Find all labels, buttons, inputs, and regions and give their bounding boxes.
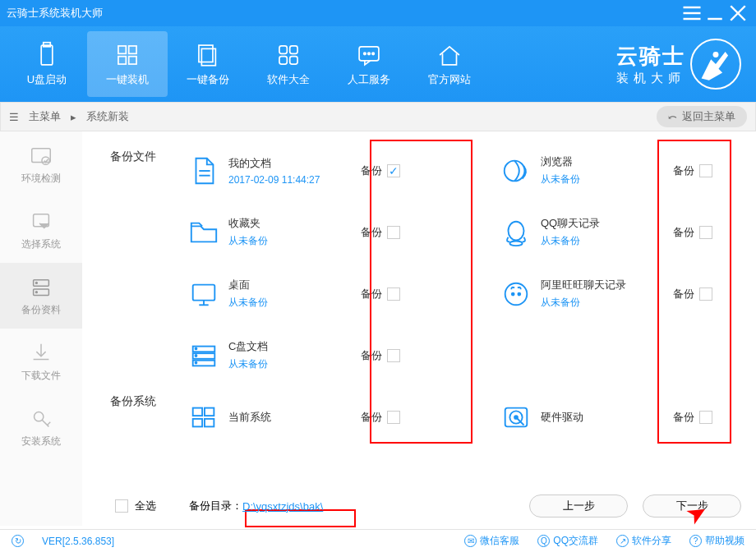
version-label: VER[2.5.36.853] xyxy=(42,536,114,547)
nav-one-click-backup[interactable]: 一键备份 xyxy=(168,31,248,97)
backup-checkbox-cdrive[interactable]: 备份 xyxy=(343,348,417,363)
svg-point-19 xyxy=(364,53,366,55)
next-button[interactable]: 下一步 xyxy=(643,494,741,518)
backup-checkbox-desktop[interactable]: 备份 xyxy=(343,287,417,301)
brand-logo: 云骑士 装机大师 xyxy=(616,39,741,90)
backup-checkbox-favorites[interactable]: 备份 xyxy=(343,225,417,240)
browser-icon xyxy=(491,155,541,186)
svg-point-28 xyxy=(35,282,37,283)
menu-icon[interactable] xyxy=(680,2,703,25)
svg-point-21 xyxy=(372,53,375,55)
select-all-checkbox[interactable] xyxy=(115,499,128,513)
backup-checkbox-browser[interactable]: 备份 xyxy=(656,163,730,178)
nav-software[interactable]: 软件大全 xyxy=(248,31,329,97)
svg-point-22 xyxy=(713,52,719,58)
sidebar-item-select-system[interactable]: 选择系统 xyxy=(0,197,82,263)
svg-point-34 xyxy=(509,221,524,240)
sidebar-item-install[interactable]: 安装系统 xyxy=(0,394,82,460)
nav-usb-boot[interactable]: U盘启动 xyxy=(7,31,87,97)
svg-rect-49 xyxy=(205,407,214,416)
svg-rect-8 xyxy=(118,46,126,53)
nav-one-click-install[interactable]: 一键装机 xyxy=(87,31,168,97)
app-title: 云骑士系统装机大师 xyxy=(7,6,103,21)
svg-rect-10 xyxy=(118,57,126,64)
folder-icon xyxy=(179,217,228,248)
svg-point-33 xyxy=(505,160,525,181)
svg-rect-14 xyxy=(279,46,287,53)
svg-point-39 xyxy=(505,283,528,305)
knight-icon xyxy=(690,39,741,90)
windows-icon xyxy=(179,402,228,433)
sidebar-item-env-check[interactable]: 环境检测 xyxy=(0,131,82,197)
wangwang-icon xyxy=(491,278,541,310)
section-backup-files: 备份文件 xyxy=(110,150,156,164)
svg-point-41 xyxy=(518,292,520,295)
svg-point-45 xyxy=(196,347,197,349)
breadcrumb-root[interactable]: 主菜单 xyxy=(29,109,61,124)
svg-point-46 xyxy=(196,355,197,356)
disk-icon xyxy=(179,340,228,371)
help-video[interactable]: ?帮助视频 xyxy=(689,534,744,548)
svg-rect-16 xyxy=(279,57,287,64)
svg-point-47 xyxy=(196,361,197,363)
back-button[interactable]: ⤺ 返回主菜单 xyxy=(657,106,747,127)
sidebar-item-download[interactable]: 下载文件 xyxy=(0,329,82,394)
svg-rect-12 xyxy=(201,48,215,65)
section-backup-system: 备份系统 xyxy=(110,394,156,409)
minimize-icon[interactable] xyxy=(703,2,726,25)
backup-checkbox-documents[interactable]: 备份✓ xyxy=(343,163,417,178)
svg-rect-36 xyxy=(193,284,215,300)
monitor-icon xyxy=(179,278,228,310)
qq-group[interactable]: QQQ交流群 xyxy=(537,534,598,548)
backup-checkbox-system[interactable]: 备份 xyxy=(343,410,417,425)
svg-rect-48 xyxy=(193,407,202,416)
hdd-icon xyxy=(491,402,541,433)
backup-path-link[interactable]: D:\yqsxtzjds\bak\ xyxy=(242,500,323,513)
svg-rect-11 xyxy=(129,57,136,64)
backup-checkbox-drivers[interactable]: 备份 xyxy=(656,410,730,425)
nav-website[interactable]: 官方网站 xyxy=(409,31,490,97)
svg-rect-6 xyxy=(41,45,53,65)
qq-icon xyxy=(491,217,541,248)
nav-support[interactable]: 人工服务 xyxy=(329,31,409,97)
svg-point-29 xyxy=(35,291,37,292)
svg-rect-17 xyxy=(290,57,297,64)
svg-point-24 xyxy=(42,156,49,163)
menu-icon[interactable]: ☰ xyxy=(9,111,19,123)
share-link[interactable]: ↗软件分享 xyxy=(616,534,671,548)
svg-point-20 xyxy=(368,53,371,55)
refresh-icon[interactable]: ↻ xyxy=(12,535,24,547)
backup-checkbox-qq[interactable]: 备份 xyxy=(656,225,730,240)
sidebar-item-backup-data[interactable]: 备份资料 xyxy=(0,263,82,329)
svg-rect-50 xyxy=(193,418,202,426)
document-icon xyxy=(179,155,228,186)
svg-rect-15 xyxy=(290,46,297,53)
close-icon[interactable] xyxy=(726,2,749,25)
wechat-support[interactable]: ✉微信客服 xyxy=(464,534,519,548)
svg-rect-51 xyxy=(205,418,214,426)
select-all-label[interactable]: 全选 xyxy=(135,499,156,513)
return-icon: ⤺ xyxy=(668,111,677,123)
svg-point-40 xyxy=(512,292,514,295)
svg-rect-9 xyxy=(129,46,136,53)
backup-checkbox-wangwang[interactable]: 备份 xyxy=(656,287,730,301)
prev-button[interactable]: 上一步 xyxy=(529,494,628,518)
breadcrumb-current: 系统新装 xyxy=(86,109,129,124)
backup-path-label: 备份目录： xyxy=(189,499,242,513)
svg-point-35 xyxy=(509,241,522,246)
